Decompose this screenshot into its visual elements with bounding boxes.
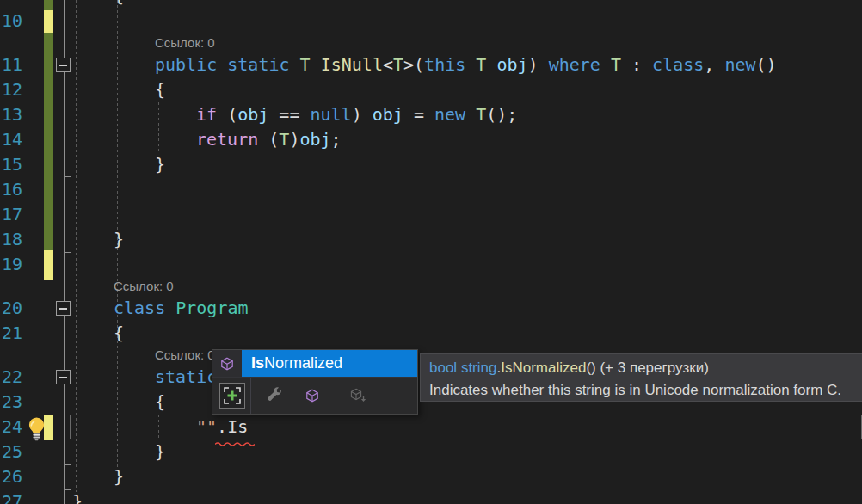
code-text: } [114,464,124,489]
codelens-references[interactable]: Ссылок: 0 [114,277,174,296]
code-text: } [114,227,124,252]
code-line[interactable]: 11public static T IsNull<T>(this T obj) … [0,52,862,77]
code-line[interactable]: 12{ [0,77,862,102]
code-text: return (T)obj; [196,127,342,152]
line-number: 17 [0,202,22,227]
code-text: class Program [114,296,249,321]
code-line[interactable]: 16 [0,177,862,202]
line-number: 20 [0,296,22,321]
import-items-cube-icon[interactable] [346,383,372,409]
line-number: 22 [0,365,22,390]
completion-item-label: IsNormalized [242,350,417,377]
code-line[interactable]: 10 [0,9,862,34]
code-text: { [155,390,165,415]
code-line[interactable]: { [0,0,862,9]
completion-item-isnormalized[interactable]: IsNormalized [212,350,417,377]
line-number: 27 [0,489,22,504]
code-line[interactable]: 20class Program [0,296,862,321]
code-editor: { "palette":{ "background":"#1E1E1E", "s… [0,0,862,504]
line-number: 18 [0,227,22,252]
code-rows: {10Ссылок: 011public static T IsNull<T>(… [0,0,862,504]
code-text: public static T IsNull<T>(this T obj) wh… [155,52,777,77]
line-number: 21 [0,321,22,346]
quick-info-tooltip: bool string.IsNormalized() (+ 3 перегруз… [420,353,862,402]
code-text: if (obj == null) obj = new T(); [196,102,517,127]
line-number: 26 [0,464,22,489]
line-number: 19 [0,252,22,277]
code-line[interactable]: 18} [0,227,862,252]
code-line[interactable]: 13if (obj == null) obj = new T(); [0,102,862,127]
code-line[interactable]: 25} [0,439,862,464]
line-number: 14 [0,127,22,152]
code-text: { [114,0,124,9]
codelens-references[interactable]: Ссылок: 0 [155,34,215,52]
method-cube-icon [212,350,242,377]
completion-filter-toolbar [212,377,417,414]
snippets-expander-icon[interactable] [219,383,245,409]
code-text: } [155,152,165,177]
methods-cube-icon[interactable] [299,383,325,409]
code-line[interactable]: 21{ [0,321,862,346]
line-number: 23 [0,390,22,415]
line-number: 13 [0,102,22,127]
line-number: 25 [0,439,22,464]
toolbar-separator [250,378,251,414]
line-number: 12 [0,77,22,102]
code-text: static [155,365,217,390]
code-line[interactable]: 15} [0,152,862,177]
lightbulb-quick-actions-icon[interactable] [25,416,48,441]
quick-info-signature: bool string.IsNormalized() (+ 3 перегруз… [429,357,862,379]
code-text: { [114,321,124,346]
codelens-references[interactable]: Ссылок: 0 [155,346,215,365]
code-line[interactable]: 14return (T)obj; [0,127,862,152]
code-line[interactable]: 17 [0,202,862,227]
line-number: 16 [0,177,22,202]
code-text: } [72,489,83,504]
properties-wrench-icon[interactable] [262,383,287,409]
current-line-highlight [70,415,862,439]
code-line[interactable]: 24"".Is [0,415,862,439]
line-number: 15 [0,152,22,177]
line-number: 11 [0,52,22,77]
code-line[interactable]: 27} [0,489,862,504]
line-number: 24 [0,415,22,439]
code-text: { [155,77,165,102]
quick-info-description: Indicates whether this string is in Unic… [429,379,862,401]
code-line[interactable]: 26} [0,464,862,489]
line-number: 10 [0,9,22,34]
code-line[interactable]: 19 [0,252,862,277]
intellisense-completion-popup: IsNormalized [212,349,418,415]
codelens-row[interactable]: Ссылок: 0 [0,277,862,296]
codelens-row[interactable]: Ссылок: 0 [0,34,862,52]
code-text: } [155,439,165,464]
